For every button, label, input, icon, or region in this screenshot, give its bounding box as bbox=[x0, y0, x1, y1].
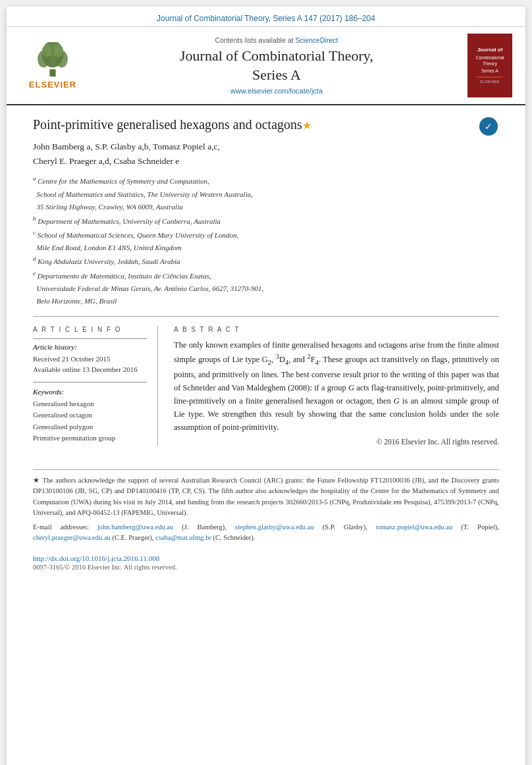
affiliation-e2: Universidade Federal de Minas Gerais, Av… bbox=[33, 283, 499, 294]
abstract-label: A B S T R A C T bbox=[174, 326, 499, 333]
abstract-text: The only known examples of finite genera… bbox=[174, 338, 499, 434]
elsevier-logo: ELSEVIER bbox=[20, 34, 86, 97]
affiliation-d: d King Abdulaziz University, Jeddah, Sau… bbox=[33, 255, 499, 267]
sciencedirect-note: Contents lists available at ScienceDirec… bbox=[96, 36, 457, 44]
info-divider-mid bbox=[33, 382, 147, 382]
journal-title-block: Contents lists available at ScienceDirec… bbox=[96, 34, 457, 97]
abstract-col: A B S T R A C T The only known examples … bbox=[174, 326, 499, 446]
article-history-block: Article history: Received 21 October 201… bbox=[33, 343, 147, 375]
journal-url: www.elsevier.com/locate/jcta bbox=[96, 87, 457, 95]
article-title: Point-primitive generalised hexagons and… bbox=[33, 116, 499, 133]
doi-section: http://dx.doi.org/10.1016/j.jcta.2016.11… bbox=[7, 548, 525, 576]
cover-text: Journal of Combinatorial Theory Series A… bbox=[475, 47, 504, 84]
affiliations-block: a Centre for the Mathematics of Symmetry… bbox=[33, 174, 499, 306]
crossmark-icon: ✓ bbox=[478, 116, 499, 137]
doi-link[interactable]: http://dx.doi.org/10.1016/j.jcta.2016.11… bbox=[33, 554, 159, 562]
keyword-1: Generalised hexagon bbox=[33, 398, 147, 410]
svg-text:✓: ✓ bbox=[485, 121, 492, 132]
history-received: Received 21 October 2015 bbox=[33, 354, 147, 365]
footnote-section: ★ The authors acknowledge the support of… bbox=[33, 469, 499, 544]
affiliation-a3: 35 Stirling Highway, Crawley, WA 6009, A… bbox=[33, 201, 499, 213]
affiliation-a2: School of Mathematics and Statistics, Th… bbox=[33, 189, 499, 200]
svg-rect-0 bbox=[49, 69, 55, 76]
svg-point-6 bbox=[54, 45, 64, 57]
journal-citation-bar: Journal of Combinatorial Theory, Series … bbox=[7, 7, 525, 27]
affiliation-e1: e Departamento de Matemática, Instituto … bbox=[33, 269, 499, 281]
article-info-label: A R T I C L E I N F O bbox=[33, 326, 147, 333]
journal-main-title: Journal of Combinatorial Theory, Series … bbox=[96, 47, 457, 84]
journal-cover-image: Journal of Combinatorial Theory Series A… bbox=[467, 34, 512, 97]
svg-point-5 bbox=[42, 45, 52, 57]
authors-block: John Bamberg a, S.P. Glasby a,b, Tomasz … bbox=[33, 140, 499, 168]
sciencedirect-link[interactable]: ScienceDirect bbox=[296, 36, 338, 44]
elsevier-brand-text: ELSEVIER bbox=[29, 80, 76, 90]
email-bamberg[interactable]: john.bamberg@uwa.edu.au bbox=[97, 523, 173, 531]
affiliation-c2: Mile End Road, London E1 4NS, United Kin… bbox=[33, 242, 499, 253]
issn-copyright: 0097-3165/© 2016 Elsevier Inc. All right… bbox=[33, 564, 499, 571]
keyword-2: Generalised octagon bbox=[33, 409, 147, 421]
crossmark-badge: ✓ bbox=[478, 116, 499, 137]
email-glasby[interactable]: stephen.glasby@uwa.edu.au bbox=[235, 523, 314, 531]
keyword-4: Primitive permutation group bbox=[33, 433, 147, 444]
affiliation-b: b Department of Mathematics, University … bbox=[33, 215, 499, 226]
section-divider bbox=[33, 316, 499, 317]
email-schneider[interactable]: csaba@mat.ufmg.br bbox=[155, 534, 211, 541]
history-title: Article history: bbox=[33, 343, 147, 351]
article-main: Point-primitive generalised hexagons and… bbox=[7, 105, 525, 459]
journal-citation-link[interactable]: Journal of Combinatorial Theory, Series … bbox=[157, 14, 375, 23]
info-divider-top bbox=[33, 338, 147, 339]
elsevier-tree-icon bbox=[30, 42, 76, 78]
email-popiel[interactable]: tomasz.popiel@uwa.edu.au bbox=[376, 523, 452, 531]
copyright-line: © 2016 Elsevier Inc. All rights reserved… bbox=[174, 438, 499, 446]
footnote-star-icon: ★ bbox=[302, 120, 311, 131]
email-praeger[interactable]: cheryl.praeger@uwa.edu.au bbox=[33, 534, 111, 541]
history-available: Available online 13 December 2016 bbox=[33, 364, 147, 375]
affiliation-c1: c School of Mathematical Sciences, Queen… bbox=[33, 228, 499, 240]
footnote-emails: E-mail addresses: john.bamberg@uwa.edu.a… bbox=[33, 522, 499, 544]
info-abstract-columns: A R T I C L E I N F O Article history: R… bbox=[33, 326, 499, 446]
footnote-star-text: ★ The authors acknowledge the support of… bbox=[33, 475, 499, 518]
top-banner: ELSEVIER Contents lists available at Sci… bbox=[7, 27, 525, 105]
keyword-3: Generalised polygon bbox=[33, 421, 147, 433]
affiliation-e3: Belo Horizonte, MG, Brasil bbox=[33, 296, 499, 307]
page: Journal of Combinatorial Theory, Series … bbox=[7, 7, 525, 765]
affiliation-a1: a Centre for the Mathematics of Symmetry… bbox=[33, 174, 499, 186]
article-info-col: A R T I C L E I N F O Article history: R… bbox=[33, 326, 158, 446]
keywords-title: Keywords: bbox=[33, 388, 147, 396]
